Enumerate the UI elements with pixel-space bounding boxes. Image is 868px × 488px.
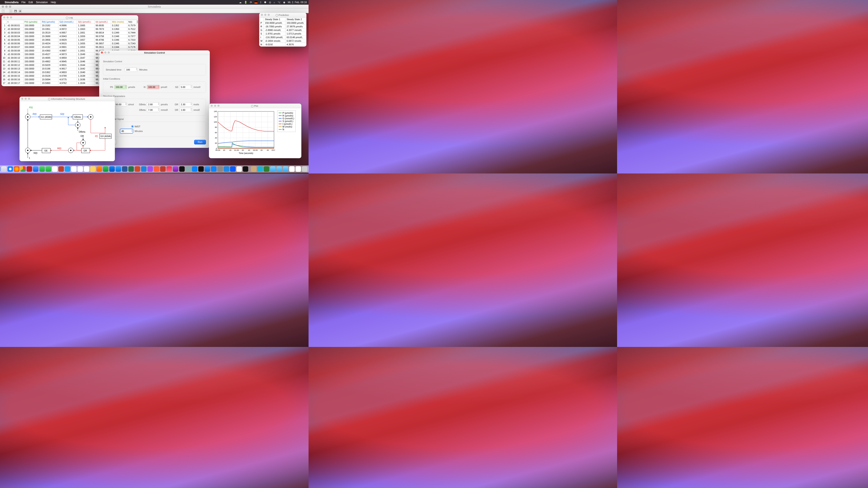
dock-box-icon[interactable] [251,166,257,172]
prediction-titlebar[interactable]: ◯ Prediction [259,13,306,18]
input-source-flag[interactable] [254,1,257,3]
wifi-icon[interactable]: ⚉ [264,1,267,4]
dock-facetime-icon[interactable] [39,166,45,172]
plot-titlebar[interactable]: ◯ Plot [209,104,301,108]
toolbar-export-icon[interactable]: ▦ [19,9,22,12]
dock-slack-icon[interactable] [71,166,77,172]
log-header[interactable]: G(t) (mmol/L) [58,20,77,24]
dock-finder-icon[interactable] [0,166,0,172]
i0-stepper[interactable]: ▲▼ [147,85,160,89]
table-row[interactable]: 5d1 00:00:05150.000019.38564.99291.16579… [2,38,138,42]
ge-stepper[interactable]: ▲▼ [114,102,127,106]
dock-launchpad-icon[interactable] [1,166,7,172]
dock-tweetbot-icon[interactable] [65,166,70,172]
starts-stepper[interactable]: ▲▼ [120,129,133,133]
dock-messages-icon[interactable] [46,166,51,172]
dbeta-stepper[interactable]: ▲▼ [147,108,160,112]
siri-icon[interactable]: ◉ [283,1,285,4]
dock-parallels-icon[interactable] [160,166,166,172]
log-header[interactable]: t [6,20,23,24]
dock-things-icon[interactable] [52,166,58,172]
log-header[interactable]: P(t) (µmol/s) [23,20,41,24]
log-header[interactable] [2,20,6,24]
dock-music-icon[interactable] [166,166,172,172]
table-row[interactable]: 1d1 00:00:01150.000019.31824.99861.16659… [2,24,138,27]
log-titlebar[interactable]: ◯ Log [1,15,138,20]
dock-affinity-designer-icon[interactable] [141,166,147,172]
dock-reeder-icon[interactable] [59,166,64,172]
log-header[interactable]: I(t) (pmol/L) [94,20,111,24]
dock-teams-icon[interactable] [237,166,242,172]
dock-zoom-icon[interactable] [230,166,236,172]
dock-cube-icon[interactable] [257,166,263,172]
dock-doccam-icon[interactable] [217,166,223,172]
menu-file[interactable]: File [22,1,25,4]
dock-trash-icon[interactable] [308,166,309,172]
bluetooth-icon[interactable]: ᛒ [260,1,261,4]
p0-input[interactable] [114,85,127,89]
dock-xcode2-icon[interactable] [192,166,197,172]
spotlight-icon[interactable]: ⌕ [274,1,275,4]
dock-bluetooth-icon[interactable] [211,166,217,172]
menu-help[interactable]: Help [51,1,56,4]
sim-time-stepper[interactable]: ▲▼ [125,68,137,72]
dock-stack-icon[interactable] [302,166,308,172]
p0-stepper[interactable]: ▲▼ [114,85,127,89]
table-row[interactable]: 3d1 00:00:03150.000019.35194.99571.16619… [2,31,138,35]
dock-folder2-icon[interactable] [277,166,282,172]
dock-notes-icon[interactable] [90,166,96,172]
dock[interactable] [0,165,309,173]
gr-stepper[interactable]: ▲▼ [180,102,192,106]
dock-excel-icon[interactable] [128,166,134,172]
gbeta-stepper[interactable]: ▲▼ [147,102,160,106]
dr-input[interactable] [180,108,192,112]
dock-tv-icon[interactable] [179,166,185,172]
menu-simulation[interactable]: Simulation [36,1,48,4]
dock-affinity-photo-icon[interactable] [148,166,153,172]
battery-icon[interactable]: 🔋 [244,1,247,4]
sync-icon[interactable]: ⟳ [250,1,252,4]
toolbar-open-icon[interactable]: ▯ [9,9,12,12]
gr-input[interactable] [180,102,192,106]
run-button[interactable]: Run [194,140,206,144]
dock-folder1-icon[interactable] [270,166,276,172]
menu-edit[interactable]: Edit [29,1,33,4]
log-header[interactable]: S(t) (pmol/L) [77,20,94,24]
dock-xcode1-icon[interactable] [186,166,191,172]
ips-titlebar[interactable]: ◯ Information Processing Structure [20,97,115,101]
toolbar-new-icon[interactable]: □ [2,9,5,12]
radio-fsigt[interactable]: fsIGT [131,125,140,128]
table-row[interactable]: 7d1 00:00:07150.000019.41924.99011.16539… [2,45,138,49]
dock-globe-icon[interactable] [264,166,269,172]
sim-control-titlebar[interactable]: Simulation Control [99,51,210,55]
dock-keynote-icon[interactable] [110,166,115,172]
table-row[interactable]: 2d1 00:00:02150.000019.33514.99721.16639… [2,27,138,31]
dock-doc2-icon[interactable] [296,166,301,172]
dock-mail-icon[interactable] [33,166,38,172]
dock-doc1-icon[interactable] [289,166,295,172]
g0-stepper[interactable]: ▲▼ [180,85,192,89]
log-header[interactable]: M(t) (mol/s) [111,20,127,24]
sim-time-input[interactable] [125,68,137,72]
dock-chrome-icon[interactable] [20,166,26,172]
table-row[interactable]: 4d1 00:00:04150.000019.36884.99431.16599… [2,35,138,38]
dbeta-input[interactable] [147,108,160,112]
menubar-clock[interactable]: Mi. 2. Feb. 09:16 [288,1,307,4]
dock-safari-icon[interactable] [8,166,13,172]
dock-wire-icon[interactable] [243,166,248,172]
dock-folder3-icon[interactable] [283,166,288,172]
dock-calendar-icon[interactable] [78,166,83,172]
dock-reminders-icon[interactable] [84,166,89,172]
dock-powerpoint-icon[interactable] [135,166,140,172]
ge-input[interactable] [114,102,127,106]
dock-numbers-icon[interactable] [103,166,108,172]
user-icon[interactable]: ◎ [269,1,271,4]
cloud-icon[interactable]: ☁︎ [239,1,242,4]
dock-podcasts-icon[interactable] [173,166,179,172]
dock-affinity-publisher-icon[interactable] [154,166,159,172]
app-name[interactable]: SimulaBeta [5,1,19,4]
dock-preview-icon[interactable] [116,166,121,172]
dock-word-icon[interactable] [122,166,128,172]
table-row[interactable]: 6d1 00:00:06150.000019.40244.99151.16559… [2,42,138,45]
dock-record-icon[interactable] [27,166,32,172]
